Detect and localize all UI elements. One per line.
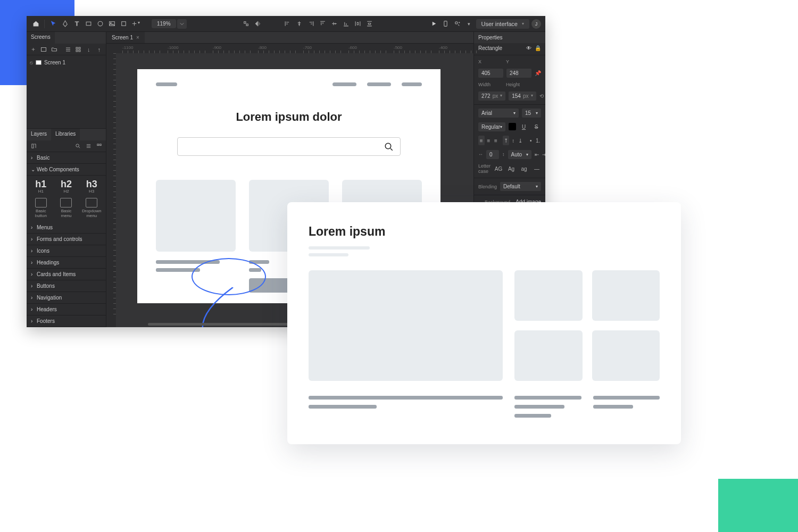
image-tool-icon[interactable] <box>107 20 117 27</box>
lib-item-basic-button[interactable]: Basic button <box>29 196 53 220</box>
svg-point-18 <box>385 143 391 149</box>
library-list-icon[interactable] <box>85 143 92 150</box>
view-mode-dropdown[interactable]: User interface ▾ <box>476 19 529 29</box>
letter-spacing-input[interactable]: 0 <box>486 150 499 159</box>
lib-item-h1[interactable]: h1H1 <box>29 178 53 195</box>
align-top-icon[interactable] <box>318 20 328 27</box>
svg-rect-5 <box>244 22 246 23</box>
case-title-icon[interactable]: Ag <box>506 164 516 173</box>
select-tool-icon[interactable] <box>48 20 58 27</box>
screen-item[interactable]: ⎋ Screen 1 <box>30 59 103 66</box>
section-footers[interactable]: ›Footers <box>27 315 106 327</box>
user-avatar[interactable]: J <box>531 19 541 29</box>
text-align-right-icon[interactable]: ≡ <box>493 136 499 145</box>
underline-icon[interactable]: U <box>519 122 529 131</box>
lib-item-h2[interactable]: h2H2 <box>54 178 79 195</box>
indent-decrease-icon[interactable]: ⇤ <box>535 149 539 159</box>
add-folder-icon[interactable] <box>51 46 58 53</box>
input-y[interactable]: 248 <box>506 69 531 78</box>
rectangle-tool-icon[interactable] <box>84 20 93 27</box>
play-icon[interactable] <box>429 20 439 27</box>
add-tool-icon[interactable]: ▾ <box>130 20 140 27</box>
font-size-dropdown[interactable]: 15▾ <box>522 109 541 118</box>
close-tab-icon[interactable]: × <box>136 35 139 40</box>
lib-item-basic-menu[interactable]: Basic menu <box>54 196 79 220</box>
strikethrough-icon[interactable]: S <box>531 122 541 131</box>
view-mode-label: User interface <box>481 21 518 27</box>
canvas-tab[interactable]: Screen 1 × <box>106 32 145 43</box>
grid-view-icon[interactable] <box>74 46 82 53</box>
device-preview-icon[interactable] <box>441 20 451 27</box>
section-icons[interactable]: ›Icons <box>27 245 106 257</box>
align-middle-icon[interactable] <box>330 20 339 27</box>
home-icon[interactable] <box>31 20 40 27</box>
lib-item-dropdown-menu[interactable]: Dropdown menu <box>79 196 104 220</box>
zoom-dropdown[interactable] <box>177 19 187 29</box>
component-tool-icon[interactable] <box>119 20 128 27</box>
section-buttons[interactable]: ›Buttons <box>27 280 106 292</box>
align-center-h-icon[interactable] <box>295 20 304 27</box>
align-left-icon[interactable] <box>283 20 293 27</box>
section-basic[interactable]: ›Basic <box>27 152 106 164</box>
valign-bottom-icon[interactable]: ⤓ <box>518 136 524 145</box>
line-height-dropdown[interactable]: Auto▾ <box>508 150 531 159</box>
list-number-icon[interactable]: 1. <box>535 136 541 145</box>
text-align-center-icon[interactable]: ≡ <box>486 136 492 145</box>
library-search-icon[interactable] <box>74 143 81 150</box>
section-navigation[interactable]: ›Navigation <box>27 292 106 304</box>
valign-middle-icon[interactable]: ↕ <box>510 136 517 145</box>
section-headers[interactable]: ›Headers <box>27 304 106 315</box>
font-weight-dropdown[interactable]: Regular▾ <box>478 122 505 131</box>
tool-mask-icon[interactable] <box>253 20 263 27</box>
section-headings[interactable]: ›Headings <box>27 257 106 269</box>
tab-screens[interactable]: Screens <box>27 32 55 44</box>
align-right-icon[interactable] <box>306 20 316 27</box>
share-icon[interactable] <box>453 20 462 27</box>
library-grid-icon[interactable] <box>95 143 103 150</box>
text-color-swatch[interactable] <box>509 123 516 130</box>
sort-icon[interactable]: ↓ <box>85 46 93 53</box>
distribute-v-icon[interactable] <box>365 20 375 27</box>
section-forms[interactable]: ›Forms and controls <box>27 234 106 245</box>
add-image-icon[interactable] <box>40 46 48 53</box>
library-back-icon[interactable] <box>30 143 37 150</box>
list-view-icon[interactable] <box>64 46 72 53</box>
lock-toggle-icon[interactable]: 🔒 <box>535 45 541 51</box>
ellipse-tool-icon[interactable] <box>95 20 105 27</box>
zoom-value[interactable]: 119% <box>152 19 176 28</box>
case-lower-icon[interactable]: ag <box>519 164 529 173</box>
visibility-toggle-icon[interactable]: 👁 <box>526 45 531 51</box>
search-icon <box>384 142 394 152</box>
section-web-components[interactable]: ⌄Web Components <box>27 164 106 176</box>
blending-dropdown[interactable]: Default▾ <box>500 182 541 191</box>
collapse-icon[interactable]: ↑ <box>95 46 103 53</box>
align-bottom-icon[interactable] <box>342 20 351 27</box>
input-x[interactable]: 405 <box>478 69 503 78</box>
valign-top-icon[interactable]: ⤒ <box>503 136 509 145</box>
font-family-dropdown[interactable]: Arial▾ <box>478 109 519 118</box>
tab-layers[interactable]: Layers <box>27 129 51 140</box>
text-tool-icon[interactable] <box>72 20 81 27</box>
section-menus[interactable]: ›Menus <box>27 222 106 234</box>
input-width[interactable]: 272px▾ <box>478 92 505 101</box>
input-height[interactable]: 154px▾ <box>509 92 536 101</box>
add-screen-icon[interactable]: ＋ <box>30 46 37 53</box>
text-align-left-icon[interactable]: ≡ <box>478 136 485 145</box>
tab-libraries[interactable]: Libraries <box>51 129 80 140</box>
pen-tool-icon[interactable] <box>60 20 70 27</box>
settings-dropdown-icon[interactable]: ▾ <box>464 21 474 27</box>
distribute-h-icon[interactable] <box>353 20 363 27</box>
lib-item-h3[interactable]: h3H3 <box>79 178 104 195</box>
section-cards[interactable]: ›Cards and Items <box>27 269 106 280</box>
indent-increase-icon[interactable]: ⇥ <box>542 149 546 159</box>
tool-align-icon[interactable] <box>242 20 251 27</box>
decor-teal <box>718 479 798 532</box>
top-toolbar: ▾ 119% ▾ User interface ▾ <box>27 16 545 32</box>
preview-thumb <box>592 270 660 321</box>
pin-position-icon[interactable]: 📌 <box>535 70 541 76</box>
link-dimensions-icon[interactable]: ⟲ <box>539 93 544 99</box>
svg-rect-4 <box>121 22 126 26</box>
list-bullet-icon[interactable]: • <box>528 136 534 145</box>
case-none-icon[interactable]: — <box>532 164 542 173</box>
case-upper-icon[interactable]: AG <box>494 164 503 173</box>
